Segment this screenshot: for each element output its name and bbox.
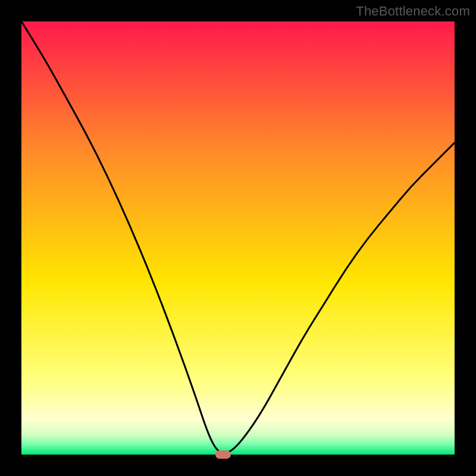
watermark-text: TheBottleneck.com: [356, 4, 470, 19]
optimal-marker: [215, 450, 231, 459]
chart-frame: TheBottleneck.com: [0, 0, 476, 476]
bottleneck-curve: [21, 21, 455, 455]
plot-area: [21, 21, 455, 455]
